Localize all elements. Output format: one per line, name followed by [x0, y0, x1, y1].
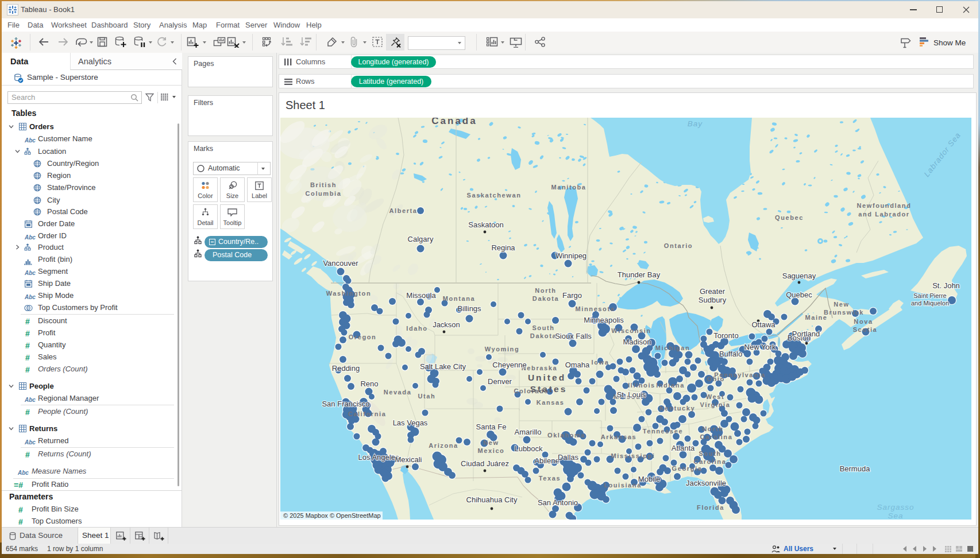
svg-text:Brunswick: Brunswick [824, 309, 864, 316]
svg-text:South: South [699, 450, 721, 457]
svg-text:Maine: Maine [805, 314, 827, 321]
svg-text:Nebraska: Nebraska [522, 365, 557, 371]
svg-text:Madison: Madison [623, 338, 651, 346]
svg-text:British: British [310, 181, 337, 188]
svg-text:Scotia: Scotia [853, 326, 878, 333]
svg-text:New: New [834, 301, 849, 308]
svg-text:Nevada: Nevada [384, 389, 412, 396]
svg-text:Mississippi: Mississippi [611, 452, 655, 459]
svg-text:Mexicali: Mexicali [395, 455, 422, 464]
svg-text:Jackson: Jackson [433, 320, 460, 329]
svg-text:Santa Fe: Santa Fe [476, 423, 507, 431]
svg-text:Minneapolis: Minneapolis [584, 316, 624, 324]
svg-text:Wyoming: Wyoming [485, 346, 520, 352]
svg-text:San Francisco: San Francisco [322, 400, 369, 408]
svg-text:Pennsylvania: Pennsylvania [714, 371, 766, 378]
svg-text:Virginia: Virginia [700, 401, 731, 408]
svg-text:Saguenay: Saguenay [782, 272, 816, 280]
svg-text:Cheyenne: Cheyenne [492, 361, 526, 369]
svg-text:and Labrador: and Labrador [858, 211, 910, 218]
svg-text:Iowa: Iowa [592, 359, 609, 366]
svg-text:Tennessee: Tennessee [643, 428, 683, 435]
svg-text:Dakota: Dakota [533, 295, 559, 302]
svg-text:Mexico: Mexico [478, 447, 505, 454]
svg-text:Carolina: Carolina [700, 433, 733, 440]
svg-text:Buffalo: Buffalo [719, 350, 742, 358]
svg-text:California: California [348, 410, 387, 417]
svg-text:Vancouver: Vancouver [323, 259, 358, 268]
svg-text:Sudbury: Sudbury [699, 296, 727, 304]
svg-text:Portland: Portland [792, 330, 820, 338]
svg-text:Omaha: Omaha [565, 361, 590, 369]
svg-text:Oregon: Oregon [349, 334, 377, 340]
svg-text:Chihuahua City: Chihuahua City [466, 495, 518, 504]
svg-text:Fargo: Fargo [562, 291, 582, 300]
svg-text:Michigan: Michigan [655, 344, 690, 351]
svg-text:Winnipeg: Winnipeg [555, 251, 587, 260]
svg-text:Minnesota: Minnesota [576, 305, 615, 312]
svg-text:Oklahoma: Oklahoma [547, 432, 585, 439]
svg-text:Washington: Washington [326, 290, 372, 297]
svg-text:Sea: Sea [888, 512, 903, 520]
svg-text:Mobile: Mobile [638, 475, 660, 483]
svg-text:Kentucky: Kentucky [659, 405, 695, 412]
svg-text:Saskatoon: Saskatoon [468, 220, 503, 229]
svg-text:New York: New York [744, 343, 776, 351]
svg-text:Regina: Regina [491, 243, 515, 252]
svg-text:Ciudad Juárez: Ciudad Juárez [461, 459, 509, 468]
svg-text:Sargasso: Sargasso [877, 503, 914, 512]
svg-text:Louisiana: Louisiana [604, 482, 642, 489]
svg-text:Saskatchewan: Saskatchewan [466, 192, 521, 199]
svg-text:St. Louis: St. Louis [617, 390, 646, 399]
svg-text:Arkansas: Arkansas [601, 433, 636, 440]
svg-text:North: North [535, 287, 556, 294]
svg-text:West: West [706, 393, 724, 400]
svg-text:Alberta: Alberta [389, 207, 417, 214]
svg-text:Billings: Billings [457, 304, 481, 313]
svg-text:Dallas: Dallas [558, 453, 579, 462]
svg-text:Illinois: Illinois [628, 382, 655, 389]
svg-text:Abilene: Abilene [534, 456, 559, 465]
svg-text:Wisconsin: Wisconsin [611, 327, 651, 334]
svg-text:Quebec: Quebec [786, 290, 812, 299]
svg-text:Saint Pierre: Saint Pierre [913, 292, 946, 299]
svg-text:Lubbock: Lubbock [514, 444, 543, 453]
svg-text:United: United [528, 373, 566, 382]
svg-text:Quebec: Quebec [775, 214, 804, 221]
svg-text:Indiana: Indiana [656, 382, 685, 389]
svg-text:Georgia: Georgia [672, 465, 703, 472]
svg-text:Utah: Utah [418, 393, 436, 400]
svg-text:New: New [483, 439, 499, 446]
svg-text:Carolina: Carolina [694, 458, 727, 465]
svg-text:Canada: Canada [431, 118, 477, 126]
svg-text:Toronto: Toronto [713, 331, 738, 340]
svg-text:Texas: Texas [539, 475, 561, 482]
svg-text:Manitoba: Manitoba [551, 184, 586, 191]
svg-text:Missoula: Missoula [406, 291, 436, 300]
svg-text:Los Angeles: Los Angeles [358, 453, 399, 462]
svg-text:States: States [530, 384, 568, 394]
svg-text:Ontario: Ontario [664, 242, 693, 249]
svg-text:and Miquelon: and Miquelon [911, 300, 949, 307]
svg-text:Bermuda: Bermuda [840, 464, 871, 473]
svg-text:Dakota: Dakota [530, 332, 557, 339]
svg-text:Sioux Falls: Sioux Falls [555, 332, 592, 340]
svg-text:Thunder Bay: Thunder Bay [618, 270, 661, 279]
svg-text:Jacksonville: Jacksonville [686, 479, 726, 487]
svg-text:South: South [532, 324, 554, 331]
svg-text:Columbia: Columbia [306, 190, 342, 197]
svg-text:Bay: Bay [688, 119, 703, 128]
svg-text:Denver: Denver [488, 377, 512, 386]
svg-text:Arizona: Arizona [429, 442, 458, 449]
svg-text:Amarillo: Amarillo [515, 428, 542, 436]
svg-text:Las Vegas: Las Vegas [393, 418, 428, 427]
svg-text:Florida: Florida [697, 504, 724, 511]
svg-text:© 2025 Mapbox © OpenStreetMap: © 2025 Mapbox © OpenStreetMap [283, 512, 381, 519]
svg-text:Montana: Montana [443, 295, 475, 302]
svg-text:Newfoundland: Newfoundland [857, 202, 912, 209]
svg-text:Kansas: Kansas [537, 399, 565, 406]
svg-text:Salt Lake City: Salt Lake City [420, 362, 466, 371]
svg-text:St. John: St. John [932, 281, 960, 290]
svg-text:Calgary: Calgary [408, 235, 434, 243]
svg-text:North: North [702, 425, 723, 432]
